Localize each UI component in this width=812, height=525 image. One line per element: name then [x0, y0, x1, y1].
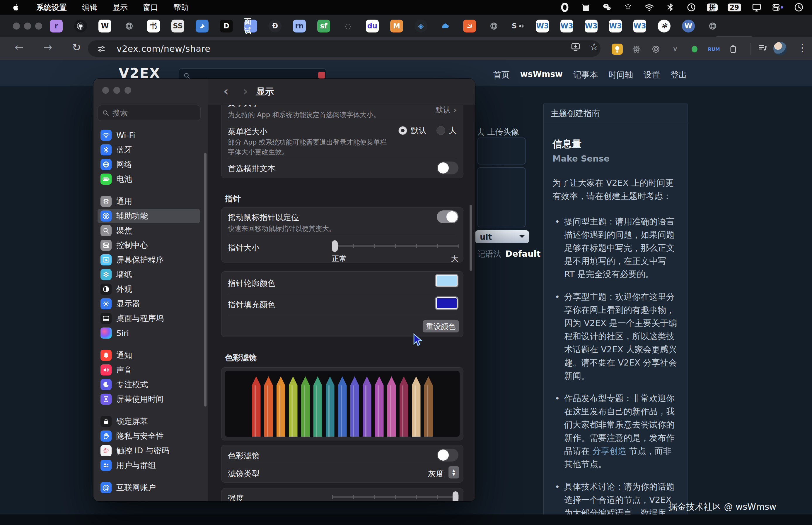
menu-bar-status-item[interactable]	[665, 2, 676, 12]
menu-bar-status-item[interactable]	[601, 2, 612, 12]
menu-bar-status-item[interactable]	[686, 2, 697, 12]
form-box-large[interactable]	[477, 167, 525, 227]
sidebar-item[interactable]: 聚焦	[98, 223, 200, 238]
v2ex-nav-link[interactable]: 时间轴	[608, 69, 633, 80]
form-box-small[interactable]	[477, 137, 525, 164]
traffic-light-zoom[interactable]	[35, 22, 42, 30]
sidebar-item[interactable]: 声音	[98, 363, 200, 377]
color-filters-toggle[interactable]	[437, 449, 459, 462]
pinned-tab[interactable]: W3	[633, 20, 646, 32]
pinned-tab[interactable]: r	[50, 20, 63, 32]
panel-scrollbar[interactable]	[469, 205, 472, 271]
sidebar-item[interactable]: ⚙ 通用	[98, 194, 200, 209]
playlist-icon[interactable]	[757, 42, 768, 53]
extension-icon[interactable]: RUM	[708, 44, 720, 55]
window-minimize-button[interactable]	[113, 87, 120, 94]
menu-bar-item[interactable]: 窗口	[143, 2, 158, 13]
settings-search-input[interactable]: 搜索	[98, 105, 201, 121]
horizontal-text-toggle[interactable]	[437, 162, 459, 175]
intensity-slider[interactable]	[332, 491, 459, 501]
intensity-knob[interactable]	[453, 491, 459, 501]
sidebar-item[interactable]: 网络	[98, 157, 200, 172]
menu-bar-status-item[interactable]	[772, 2, 783, 12]
menu-bar-status-item[interactable]	[580, 2, 591, 12]
install-icon[interactable]	[571, 42, 581, 52]
upload-avatar-link[interactable]: 去 上传头像	[477, 127, 519, 137]
bookmark-star-icon[interactable]: ☆	[589, 41, 599, 53]
sidebar-item[interactable]: 通知	[98, 348, 200, 363]
pinned-tab[interactable]	[196, 20, 208, 32]
v2ex-nav-link[interactable]: 记事本	[573, 69, 598, 80]
url-text[interactable]: v2ex.com/new/share	[117, 44, 211, 54]
menu-bar-status-item[interactable]	[793, 2, 804, 12]
menu-bar-item[interactable]: 帮助	[173, 2, 189, 13]
syntax-value[interactable]: Default	[505, 249, 540, 259]
pinned-tab[interactable]: W	[682, 20, 695, 32]
sidebar-item[interactable]: 显示器	[98, 297, 200, 311]
pointer-size-slider[interactable]: 正常 大	[332, 240, 459, 252]
reload-button[interactable]: ↻	[72, 41, 81, 53]
site-settings-icon[interactable]	[97, 44, 106, 54]
sidebar-item[interactable]: Wi-Fi	[98, 128, 200, 142]
sidebar-item[interactable]: 隐私与安全性	[98, 429, 200, 444]
extension-icon[interactable]	[650, 44, 662, 55]
shake-toggle[interactable]	[437, 210, 459, 223]
menu-bar-status-item[interactable]	[643, 2, 655, 12]
pinned-tab[interactable]: du	[366, 20, 379, 32]
pinned-tab[interactable]	[706, 20, 719, 32]
sidebar-item[interactable]: 锁定屏幕	[98, 414, 200, 429]
menu-bar-item[interactable]: 系统设置	[36, 2, 67, 13]
pinned-tab[interactable]: W3	[536, 20, 549, 32]
profile-avatar[interactable]	[773, 42, 787, 55]
sidebar-item[interactable]: 电池	[98, 172, 200, 186]
sidebar-item[interactable]: 专注模式	[98, 377, 200, 392]
window-close-button[interactable]	[102, 87, 109, 94]
forward-chevron[interactable]: ›	[243, 84, 248, 98]
browser-menu-icon[interactable]: ⋮	[797, 42, 807, 54]
window-zoom-button[interactable]	[125, 87, 131, 94]
menu-bar-status-item[interactable]	[751, 2, 762, 12]
radio-large-control[interactable]	[436, 126, 445, 135]
pinned-tab[interactable]	[439, 20, 452, 32]
default-dropdown[interactable]: ult	[475, 230, 529, 243]
menu-bar-status-item[interactable]: 拼	[707, 3, 718, 11]
pinned-tab[interactable]: 书	[147, 20, 160, 32]
share-create-link[interactable]: 分享创造	[592, 446, 626, 456]
fill-color-swatch[interactable]	[435, 297, 459, 310]
menu-bar-status-item[interactable]	[622, 2, 634, 12]
sidebar-item[interactable]: 控制中心	[98, 238, 200, 253]
sidebar-item[interactable]: 桌面与程序坞	[98, 311, 200, 326]
sidebar-item[interactable]: 用户与群组	[98, 458, 200, 472]
outline-color-swatch[interactable]	[435, 274, 459, 287]
sidebar-item[interactable]: 屏幕保护程序	[98, 253, 200, 267]
filter-type-stepper[interactable]: ▲▼	[448, 466, 459, 479]
sidebar-item[interactable]: @ 互联网账户	[98, 480, 200, 495]
radio-default[interactable]: 默认	[398, 125, 426, 136]
menu-bar-status-item[interactable]: 29	[728, 3, 741, 11]
pinned-tab[interactable]: sf	[317, 20, 330, 32]
reset-colors-button[interactable]: 重设颜色	[423, 320, 459, 332]
pinned-tab[interactable]: D	[220, 20, 233, 32]
sidebar-item[interactable]: Siri	[98, 326, 200, 340]
pinned-tab[interactable]	[488, 20, 500, 32]
extension-icon[interactable]	[728, 44, 739, 55]
extension-icon[interactable]	[612, 44, 623, 55]
extension-icon[interactable]	[631, 44, 642, 55]
v2ex-nav-link[interactable]: 首页	[493, 69, 510, 80]
pinned-tab[interactable]: 面试	[244, 20, 257, 32]
sidebar-item[interactable]: 触控 ID 与密码	[98, 444, 200, 458]
pinned-tab[interactable]: S	[512, 20, 525, 32]
menu-bar-item[interactable]: 编辑	[82, 2, 97, 13]
traffic-light-minimize[interactable]	[24, 22, 31, 30]
sidebar-item[interactable]: 屏幕使用时间	[98, 392, 200, 406]
sidebar-item[interactable]: ✻ 墙纸	[98, 267, 200, 282]
pinned-tab[interactable]: ◌	[342, 20, 354, 32]
pinned-tab[interactable]	[123, 20, 136, 32]
pinned-tab[interactable]	[74, 20, 87, 32]
pinned-tab[interactable]: SS	[171, 20, 184, 32]
pinned-tab[interactable]: ✻	[658, 20, 670, 32]
pinned-tab[interactable]: Ɖ	[269, 20, 281, 32]
radio-default-control[interactable]	[398, 126, 407, 135]
menu-bar-item[interactable]: 显示	[113, 2, 128, 13]
pinned-tab[interactable]: W3	[560, 20, 573, 32]
